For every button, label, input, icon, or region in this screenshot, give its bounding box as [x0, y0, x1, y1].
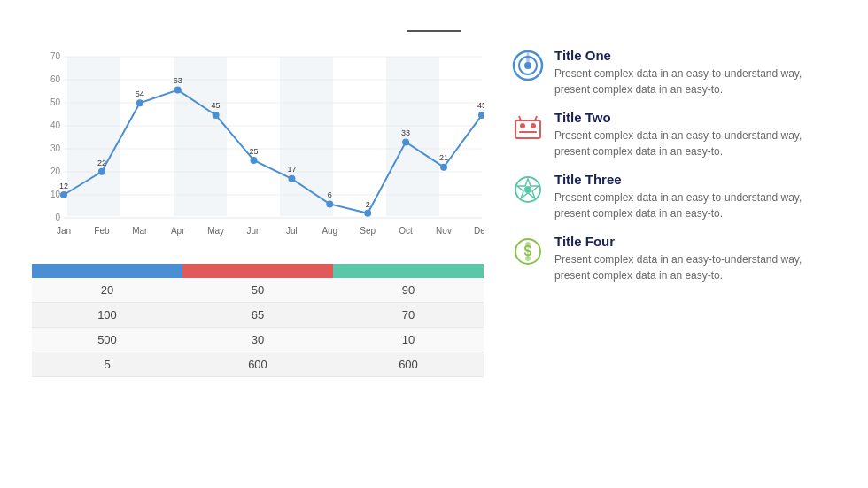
- svg-text:Jul: Jul: [286, 226, 298, 236]
- header: [32, 25, 836, 32]
- svg-point-26: [174, 87, 182, 94]
- svg-text:May: May: [207, 226, 224, 236]
- col-header-one: [32, 264, 182, 278]
- info-desc-four: Present complex data in an easy-to-under…: [554, 252, 836, 283]
- svg-text:45: 45: [477, 101, 484, 110]
- svg-rect-62: [519, 131, 537, 133]
- right-panel: Title OnePresent complex data in an easy…: [505, 48, 836, 470]
- svg-rect-3: [386, 57, 439, 216]
- info-desc-one: Present complex data in an easy-to-under…: [554, 66, 836, 97]
- svg-point-34: [326, 200, 333, 207]
- svg-point-61: [531, 123, 536, 128]
- table-row: 5003010: [32, 328, 484, 352]
- table-cell: 70: [333, 303, 484, 328]
- info-item-three: Title ThreePresent complex data in an ea…: [512, 172, 836, 221]
- info-item-four: $ Title FourPresent complex data in an e…: [512, 234, 836, 283]
- info-text-two: Title TwoPresent complex data in an easy…: [554, 110, 836, 159]
- table-row: 1006570: [32, 303, 484, 328]
- info-title-one: Title One: [554, 48, 836, 63]
- svg-point-38: [402, 138, 409, 145]
- table-cell: 600: [182, 352, 333, 377]
- svg-text:Oct: Oct: [399, 226, 413, 236]
- svg-text:Apr: Apr: [171, 226, 185, 236]
- table-cell: 100: [32, 303, 182, 328]
- table-cell: 20: [32, 278, 182, 303]
- table-cell: 50: [182, 278, 333, 303]
- svg-rect-0: [67, 57, 120, 216]
- info-title-two: Title Two: [554, 110, 836, 125]
- svg-text:33: 33: [401, 128, 410, 137]
- two-icon: [512, 112, 544, 143]
- table-cell: 10: [333, 328, 484, 352]
- svg-text:Sep: Sep: [360, 226, 376, 236]
- info-title-four: Title Four: [554, 234, 836, 249]
- table-cell: 90: [333, 278, 484, 303]
- page: 0 10 20 30 40 50 60 70: [0, 0, 868, 488]
- info-text-one: Title OnePresent complex data in an easy…: [554, 48, 836, 97]
- svg-rect-59: [515, 120, 540, 138]
- svg-text:2: 2: [366, 200, 370, 209]
- svg-text:6: 6: [328, 190, 332, 199]
- header-divider: [407, 30, 461, 32]
- info-title-three: Title Three: [554, 172, 836, 187]
- svg-text:17: 17: [287, 165, 296, 174]
- table-cell: 65: [182, 303, 333, 328]
- info-item-one: Title OnePresent complex data in an easy…: [512, 48, 836, 97]
- line-chart: 0 10 20 30 40 50 60 70: [32, 48, 484, 252]
- svg-text:63: 63: [174, 76, 182, 85]
- svg-text:40: 40: [50, 120, 61, 130]
- left-panel: 0 10 20 30 40 50 60 70: [32, 48, 484, 470]
- svg-text:0: 0: [55, 213, 60, 222]
- col-header-two: [182, 264, 333, 278]
- svg-point-30: [251, 157, 258, 164]
- svg-text:45: 45: [212, 101, 221, 110]
- svg-text:10: 10: [50, 190, 61, 199]
- info-desc-two: Present complex data in an easy-to-under…: [554, 128, 836, 159]
- table-cell: 500: [32, 328, 182, 352]
- svg-point-67: [524, 186, 531, 193]
- svg-text:21: 21: [439, 153, 448, 162]
- svg-point-20: [60, 191, 67, 198]
- data-table: 205090100657050030105600600: [32, 264, 484, 470]
- svg-point-40: [440, 164, 447, 171]
- table-row: 5600600: [32, 352, 484, 377]
- main-content: 0 10 20 30 40 50 60 70: [32, 48, 836, 470]
- svg-text:Jan: Jan: [57, 226, 71, 236]
- table-row: 205090: [32, 278, 484, 303]
- svg-text:Nov: Nov: [436, 226, 452, 236]
- col-header-three: [333, 264, 484, 278]
- svg-point-32: [288, 175, 295, 182]
- info-text-four: Title FourPresent complex data in an eas…: [554, 234, 836, 283]
- svg-text:20: 20: [50, 167, 61, 176]
- svg-text:Feb: Feb: [94, 226, 110, 236]
- svg-point-24: [136, 99, 143, 106]
- svg-text:Aug: Aug: [322, 226, 337, 236]
- svg-text:25: 25: [249, 147, 258, 156]
- info-text-three: Title ThreePresent complex data in an ea…: [554, 172, 836, 221]
- svg-text:12: 12: [59, 182, 68, 190]
- table-cell: 5: [32, 352, 182, 377]
- svg-text:Jun: Jun: [246, 226, 260, 236]
- svg-text:Mar: Mar: [132, 226, 148, 236]
- svg-point-28: [213, 112, 220, 119]
- three-icon: [512, 174, 544, 205]
- svg-text:22: 22: [97, 159, 106, 167]
- four-icon: $: [512, 236, 544, 267]
- svg-point-22: [98, 168, 105, 175]
- table-cell: 30: [182, 328, 333, 352]
- svg-text:Dec: Dec: [474, 226, 484, 236]
- info-desc-three: Present complex data in an easy-to-under…: [554, 190, 836, 221]
- svg-text:60: 60: [50, 74, 61, 84]
- svg-point-36: [364, 210, 371, 217]
- svg-point-70: [525, 242, 531, 247]
- table-cell: 600: [333, 352, 484, 377]
- svg-rect-2: [280, 57, 333, 216]
- svg-text:50: 50: [50, 97, 61, 107]
- svg-point-71: [525, 256, 531, 261]
- svg-text:54: 54: [136, 89, 144, 98]
- svg-text:70: 70: [50, 51, 61, 61]
- chart-container: 0 10 20 30 40 50 60 70: [32, 48, 484, 255]
- one-icon: [512, 50, 544, 81]
- svg-point-60: [520, 123, 525, 128]
- info-item-two: Title TwoPresent complex data in an easy…: [512, 110, 836, 159]
